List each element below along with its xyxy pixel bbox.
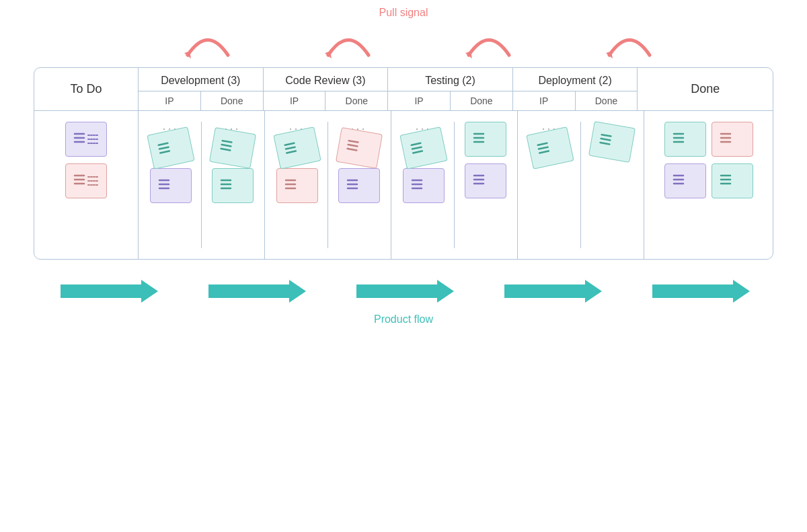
- card-cr-ip-teal[interactable]: [273, 126, 321, 169]
- col-deployment-ip: IP: [513, 91, 576, 110]
- flow-arrow-1-svg: [54, 274, 161, 308]
- dev-divider: [201, 122, 202, 248]
- svg-marker-5: [208, 280, 306, 303]
- card-test-ip-teal[interactable]: [399, 126, 447, 169]
- dep-divider: [580, 122, 581, 248]
- done-cards-row1: [664, 122, 753, 157]
- flow-arrow-2: [182, 274, 330, 308]
- col-deployment-title: Deployment (2): [513, 68, 638, 91]
- card-done-teal1[interactable]: [664, 122, 706, 157]
- col-development-ip: IP: [139, 91, 201, 110]
- col-testing-ip: IP: [388, 91, 451, 110]
- col-codereview-subheaders: IP Done: [264, 91, 388, 110]
- col-group-testing: Testing (2) IP Done: [388, 68, 513, 110]
- col-development-title: Development (3): [139, 68, 263, 91]
- col-testing-title: Testing (2): [388, 68, 512, 91]
- pull-arrow-1-svg: [178, 22, 238, 62]
- card-todo-pink[interactable]: [65, 163, 107, 198]
- card-test-done-teal[interactable]: [465, 122, 506, 157]
- codereview-done-subcell: ···: [332, 122, 385, 203]
- col-todo-header: To Do: [34, 68, 139, 110]
- pull-arrow-2: [278, 22, 419, 62]
- card-dep-done-teal[interactable]: [588, 121, 635, 163]
- pull-arrow-2-svg: [318, 22, 379, 62]
- card-test-ip-purple[interactable]: [403, 168, 445, 203]
- col-development-subheaders: IP Done: [139, 91, 263, 110]
- flow-arrow-5-svg: [646, 274, 753, 308]
- col-group-development: Development (3) IP Done: [139, 68, 264, 110]
- card-cr-done-purple[interactable]: [338, 168, 380, 203]
- card-done-teal2[interactable]: [712, 163, 753, 198]
- card-dev-ip-teal[interactable]: [147, 126, 194, 169]
- card-dev-done-teal2[interactable]: [212, 168, 254, 203]
- card-test-done-purple[interactable]: [465, 163, 506, 198]
- col-testing-done: Done: [451, 91, 512, 110]
- kanban-board: To Do Development (3) IP Done: [34, 67, 773, 260]
- col-deployment-done: Done: [576, 91, 638, 110]
- pull-arrow-3: [419, 22, 560, 62]
- product-flow-arrows: [34, 274, 773, 308]
- todo-label: To Do: [70, 82, 102, 96]
- cr-divider: [328, 122, 328, 248]
- col-deployment-subheaders: IP Done: [513, 91, 638, 110]
- svg-marker-8: [652, 280, 750, 303]
- pull-arrow-4: [559, 22, 699, 62]
- deployment-done-subcell: [585, 122, 638, 162]
- testing-body-cell: ···: [391, 111, 518, 259]
- svg-marker-7: [504, 280, 602, 303]
- svg-marker-4: [61, 280, 158, 303]
- pull-signal-section: Pull signal: [34, 7, 773, 62]
- kanban-header-row: To Do Development (3) IP Done: [34, 68, 773, 111]
- done-cards-row2: [664, 163, 753, 198]
- flow-arrow-4-svg: [498, 274, 605, 308]
- product-flow-label: Product flow: [374, 313, 433, 326]
- col-done-header: Done: [638, 68, 773, 110]
- col-testing-subheaders: IP Done: [388, 91, 512, 110]
- card-done-pink1[interactable]: [712, 122, 753, 157]
- deployment-body-cell: ···: [518, 111, 644, 259]
- flow-arrow-3-svg: [350, 274, 457, 308]
- flow-arrow-5: [625, 274, 773, 308]
- flow-arrow-3: [330, 274, 477, 308]
- flow-arrow-4: [477, 274, 625, 308]
- col-codereview-ip: IP: [264, 91, 326, 110]
- card-cr-ip-pink[interactable]: [276, 168, 318, 203]
- card-todo-purple[interactable]: [65, 122, 107, 157]
- pull-arrow-1: [138, 22, 278, 62]
- kanban-body-row: ··· ···: [34, 111, 773, 259]
- col-codereview-done: Done: [325, 91, 387, 110]
- pull-signal-label: Pull signal: [379, 7, 428, 19]
- card-cr-done-pink[interactable]: [335, 127, 382, 169]
- codereview-ip-subcell: ···: [270, 122, 323, 203]
- col-codereview-title: Code Review (3): [264, 68, 388, 91]
- development-body-cell: ··· ···: [139, 111, 265, 259]
- svg-marker-6: [356, 280, 454, 303]
- pull-arrow-4-svg: [599, 22, 660, 62]
- development-ip-subcell: ···: [144, 122, 197, 203]
- done-body-cell: [644, 111, 773, 259]
- product-flow-section: Product flow: [34, 274, 773, 326]
- card-dev-ip-purple[interactable]: [150, 168, 192, 203]
- codereview-body-cell: ··· ···: [265, 111, 391, 259]
- col-group-deployment: Deployment (2) IP Done: [513, 68, 638, 110]
- flow-arrow-1: [34, 274, 182, 308]
- todo-body-cell: [34, 111, 139, 259]
- flow-arrow-2-svg: [202, 274, 309, 308]
- card-dep-ip-teal[interactable]: [526, 126, 574, 169]
- testing-done-subcell: [459, 122, 512, 198]
- col-group-codereview: Code Review (3) IP Done: [264, 68, 389, 110]
- card-done-purple1[interactable]: [664, 163, 706, 198]
- pull-arrow-3-svg: [459, 22, 519, 62]
- deployment-ip-subcell: ···: [523, 122, 576, 168]
- test-divider: [454, 122, 455, 248]
- testing-ip-subcell: ···: [397, 122, 450, 203]
- pull-arrows-row: [34, 22, 773, 62]
- development-done-subcell: ···: [206, 122, 259, 203]
- col-development-done: Done: [201, 91, 263, 110]
- card-dev-done-teal[interactable]: [208, 127, 256, 169]
